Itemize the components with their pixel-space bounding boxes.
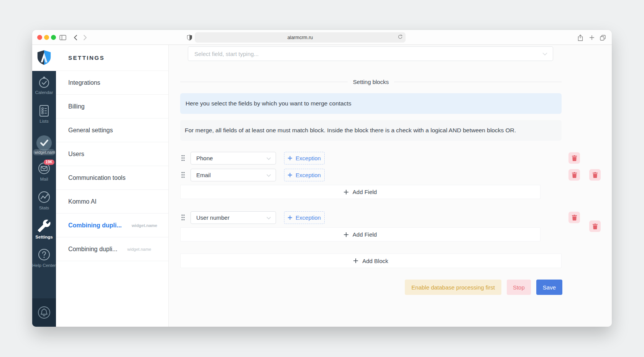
sidebar-item-lists[interactable]: Lists [32, 100, 56, 128]
drag-handle-icon[interactable] [181, 214, 185, 220]
privacy-shield-icon[interactable] [186, 34, 193, 41]
url-bar[interactable]: alarmcrm.ru [195, 32, 406, 43]
menu-item-users[interactable]: Users [56, 142, 168, 166]
zoom-window-button[interactable] [51, 35, 56, 40]
sidebar-toggle-icon[interactable] [59, 34, 67, 41]
sidebar-item-label: Stats [39, 206, 49, 210]
footer-actions: Enable database processing first Stop Sa… [405, 280, 562, 295]
merge-rule-label: For merge, all fields of at least one mu… [185, 127, 516, 134]
plus-icon [353, 258, 358, 263]
drag-handle-icon[interactable] [181, 172, 185, 178]
menu-item-label: Billing [68, 103, 85, 110]
settings-menu: SETTINGS Integrations Billing General se… [56, 45, 169, 327]
section-divider: Setting blocks [180, 79, 562, 85]
calendar-icon [38, 76, 51, 88]
settings-wrench-icon [37, 219, 51, 233]
mail-unread-badge: 19K [44, 160, 54, 165]
chevron-down-icon [266, 157, 271, 160]
sidebar-item-widget[interactable]: widget.nam [32, 128, 56, 157]
add-field-button[interactable]: Add Field [180, 227, 540, 242]
chevron-down-icon [542, 53, 547, 56]
delete-block-button[interactable] [589, 169, 601, 181]
url-text: alarmcrm.ru [288, 35, 313, 40]
save-button[interactable]: Save [536, 280, 562, 295]
delete-field-button[interactable] [568, 169, 580, 181]
enable-processing-button[interactable]: Enable database processing first [405, 280, 501, 295]
close-window-button[interactable] [37, 35, 42, 40]
field-row: Email Exception [169, 169, 612, 181]
exception-label: Exception [296, 214, 321, 221]
share-button[interactable] [577, 34, 584, 41]
menu-item-communication-tools[interactable]: Communication tools [56, 166, 168, 190]
plus-icon [344, 232, 348, 237]
field-row: User number Exception [169, 211, 612, 224]
app-sidebar: Calendar Lists widget.nam 19K Mail [32, 45, 56, 327]
field-search-input[interactable] [188, 46, 553, 61]
sidebar-item-label: Mail [40, 177, 48, 181]
exception-label: Exception [296, 172, 321, 178]
field-select[interactable]: Email [191, 169, 276, 181]
sidebar-item-settings[interactable]: Settings [32, 215, 56, 243]
add-block-label: Add Block [362, 258, 388, 264]
add-field-button[interactable]: Add Field [180, 185, 540, 199]
help-icon [38, 248, 51, 261]
menu-item-label: General settings [68, 127, 113, 134]
drag-handle-icon[interactable] [181, 155, 185, 161]
menu-item-label: Communication tools [68, 174, 125, 181]
plus-icon [344, 190, 348, 194]
bell-icon [37, 305, 51, 320]
app-logo[interactable] [32, 45, 56, 71]
sidebar-item-label: Lists [39, 119, 49, 123]
sidebar-item-calendar[interactable]: Calendar [32, 71, 56, 100]
field-select[interactable]: User number [191, 211, 276, 224]
widget-name-tag: widget.name [127, 247, 151, 252]
stop-button[interactable]: Stop [507, 280, 531, 295]
forward-button[interactable] [81, 34, 89, 41]
plus-icon [288, 216, 292, 220]
widget-icon [36, 135, 52, 151]
delete-field-button[interactable] [568, 152, 580, 164]
add-field-label: Add Field [353, 231, 377, 238]
field-select-value: User number [196, 214, 230, 221]
sidebar-item-label: Calendar [35, 90, 53, 95]
sidebar-item-help-center[interactable]: Help Center [32, 243, 56, 272]
menu-item-billing[interactable]: Billing [56, 95, 168, 118]
main-content: Setting blocks Here you select the field… [169, 45, 612, 327]
delete-block-button[interactable] [589, 220, 601, 232]
sidebar-item-stats[interactable]: Stats [32, 186, 56, 215]
exception-button[interactable]: Exception [284, 152, 325, 165]
sidebar-item-label: Settings [35, 235, 53, 239]
menu-item-kommo-ai[interactable]: Kommo AI [56, 190, 168, 214]
reload-button[interactable] [398, 34, 403, 39]
menu-item-combining-duplicates-1[interactable]: Combining dupli... widget.name [56, 214, 168, 237]
plus-icon [288, 173, 292, 177]
browser-window: alarmcrm.ru [32, 30, 612, 327]
notifications-button[interactable] [32, 298, 56, 327]
menu-item-combining-duplicates-2[interactable]: Combining dupli... widget.name [56, 237, 168, 261]
field-select[interactable]: Phone [191, 152, 276, 165]
back-button[interactable] [71, 34, 79, 41]
add-field-label: Add Field [353, 189, 377, 195]
new-tab-button[interactable] [588, 34, 596, 41]
lists-icon [39, 105, 49, 117]
exception-button[interactable]: Exception [284, 211, 325, 224]
sidebar-item-mail[interactable]: 19K Mail [32, 157, 56, 186]
menu-item-general-settings[interactable]: General settings [56, 118, 168, 142]
menu-item-label: Combining dupli... [68, 222, 122, 229]
add-block-button[interactable]: Add Block [180, 253, 562, 268]
plus-icon [288, 156, 292, 160]
sidebar-item-label: Help Center [32, 263, 56, 268]
delete-field-button[interactable] [568, 212, 580, 223]
minimize-window-button[interactable] [44, 35, 49, 40]
menu-item-integrations[interactable]: Integrations [56, 71, 168, 95]
info-banner: Here you select the fields by which you … [180, 93, 562, 114]
exception-label: Exception [296, 155, 321, 161]
widget-name-tag: widget.name [132, 223, 158, 228]
field-row: Phone Exception [169, 152, 612, 165]
merge-rule-text: For merge, all fields of at least one mu… [180, 120, 562, 141]
tab-overview-button[interactable] [599, 34, 606, 41]
exception-button[interactable]: Exception [284, 169, 325, 181]
field-select-value: Email [196, 172, 211, 178]
chevron-down-icon [266, 174, 271, 177]
widget-name-pill: widget.nam [33, 149, 55, 155]
